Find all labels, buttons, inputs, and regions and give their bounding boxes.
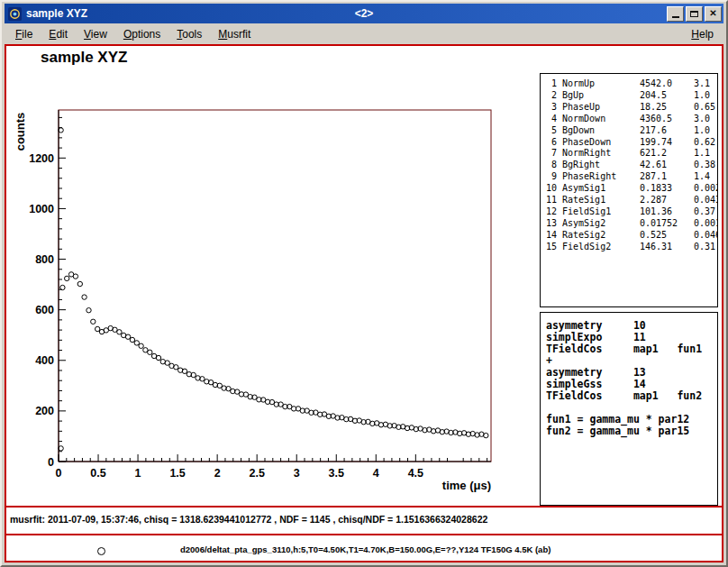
- svg-text:0: 0: [48, 456, 54, 469]
- param-value: 18.25: [640, 102, 688, 114]
- param-row: 14RateSig20.5250.046: [543, 230, 714, 242]
- param-value: 217.6: [640, 125, 688, 137]
- param-name: BgDown: [562, 125, 634, 137]
- svg-text:3.5: 3.5: [329, 467, 344, 480]
- param-error: 0.38: [694, 160, 715, 171]
- param-error: 0.65: [694, 102, 715, 114]
- param-rows: 1NormUp4542.03.12BgUp204.51.03PhaseUp18.…: [543, 78, 714, 253]
- param-name: FieldSig1: [562, 206, 634, 218]
- menu-file[interactable]: File: [7, 25, 41, 43]
- svg-text:800: 800: [35, 253, 54, 266]
- param-row: 1NormUp4542.03.1: [543, 78, 714, 90]
- param-idx: 9: [543, 171, 557, 183]
- x-axis: 00.511.522.533.544.5: [56, 454, 491, 480]
- param-row: 2BgUp204.51.0: [543, 90, 714, 102]
- param-row: 15FieldSig2146.310.31: [543, 242, 714, 253]
- window-center-label: <2>: [5, 7, 723, 20]
- menu-view[interactable]: View: [76, 25, 115, 43]
- svg-text:200: 200: [35, 405, 54, 417]
- data-points: [59, 128, 488, 451]
- param-value: 199.74: [640, 137, 688, 149]
- param-idx: 3: [543, 102, 557, 114]
- param-row: 4NormDown4360.53.0: [543, 114, 714, 125]
- svg-text:0.5: 0.5: [90, 467, 105, 480]
- plot-svg[interactable]: 02004006008001000120000.511.522.533.544.…: [6, 46, 540, 501]
- titlebar[interactable]: sample XYZ <2> ✕: [5, 4, 723, 23]
- param-idx: 8: [543, 160, 557, 171]
- param-value: 4542.0: [640, 78, 688, 90]
- root-window: sample XYZ <2> ✕ File Edit View Options …: [0, 0, 728, 567]
- param-idx: 11: [543, 195, 557, 206]
- app-icon: [8, 7, 22, 21]
- svg-text:2: 2: [214, 467, 221, 480]
- root-canvas[interactable]: sample XYZ 02004006008001000120000.511.5…: [5, 44, 723, 562]
- param-name: BgUp: [562, 90, 634, 102]
- param-name: RateSig1: [562, 195, 634, 206]
- menu-edit[interactable]: Edit: [41, 25, 76, 43]
- param-error: 0.046: [694, 230, 718, 242]
- param-error: 0.62: [694, 137, 715, 149]
- param-value: 146.31: [640, 242, 688, 253]
- close-button[interactable]: ✕: [705, 6, 722, 22]
- fit-status-text: musrfit: 2011-07-09, 15:37:46, chisq = 1…: [10, 514, 487, 525]
- param-value: 287.1: [640, 171, 688, 183]
- param-error: 1.0: [694, 125, 714, 137]
- maximize-button[interactable]: [686, 6, 703, 22]
- menu-help[interactable]: Help: [684, 25, 721, 43]
- menubar: File Edit View Options Tools Musrfit Hel…: [5, 23, 723, 44]
- svg-text:4: 4: [373, 467, 379, 480]
- param-name: PhaseUp: [562, 102, 634, 114]
- param-error: 0.00101: [694, 218, 718, 230]
- param-name: NormDown: [562, 114, 634, 125]
- open-circle-marker-icon: [97, 547, 105, 555]
- param-idx: 6: [543, 137, 557, 149]
- svg-text:3: 3: [294, 467, 300, 480]
- param-name: RateSig2: [562, 230, 634, 242]
- param-idx: 14: [543, 230, 557, 242]
- param-value: 101.36: [640, 206, 688, 218]
- param-row: 11RateSig12.2870.043: [543, 195, 714, 206]
- theory-panel: asymmetry 10 simplExpo 11 TFieldCos map1…: [540, 312, 718, 506]
- minimize-icon: [672, 16, 679, 18]
- param-idx: 15: [543, 242, 557, 253]
- param-row: 7NormRight621.21.1: [543, 148, 714, 160]
- param-name: PhaseRight: [562, 171, 634, 183]
- fit-parameters-panel: 1NormUp4542.03.12BgUp204.51.03PhaseUp18.…: [540, 73, 718, 307]
- x-axis-title: time (μs): [442, 479, 491, 492]
- svg-text:1000: 1000: [29, 203, 54, 215]
- close-icon: ✕: [709, 9, 716, 18]
- param-idx: 7: [543, 148, 557, 160]
- param-value: 621.2: [640, 148, 688, 160]
- param-name: NormRight: [562, 148, 634, 160]
- svg-text:1.5: 1.5: [169, 467, 185, 480]
- window-controls: ✕: [667, 6, 722, 22]
- param-value: 0.1833: [640, 183, 688, 195]
- param-name: AsymSig1: [562, 183, 634, 195]
- param-error: 0.31: [694, 242, 715, 253]
- svg-text:600: 600: [35, 304, 54, 316]
- menu-musrfit[interactable]: Musrfit: [210, 25, 259, 43]
- param-error: 1.1: [694, 148, 714, 160]
- param-row: 12FieldSig1101.360.37: [543, 206, 714, 218]
- param-name: PhaseDown: [562, 137, 634, 149]
- svg-text:1200: 1200: [29, 152, 54, 165]
- y-axis-title: counts: [14, 113, 27, 151]
- minimize-button[interactable]: [667, 6, 684, 22]
- svg-text:400: 400: [35, 354, 54, 367]
- param-row: 5BgDown217.61.0: [543, 125, 714, 137]
- param-error: 0.37: [694, 206, 715, 218]
- param-idx: 13: [543, 218, 557, 230]
- svg-text:4.5: 4.5: [408, 467, 423, 480]
- param-value: 4360.5: [640, 114, 688, 125]
- param-row: 6PhaseDown199.740.62: [543, 137, 714, 149]
- menu-options[interactable]: Options: [115, 25, 168, 43]
- param-idx: 2: [543, 90, 557, 102]
- legend-text: d2006/deltat_pta_gps_3110,h:5,T0=4.50K,T…: [180, 544, 551, 554]
- param-row: 8BgRight42.610.38: [543, 160, 714, 171]
- param-value: 2.287: [640, 195, 688, 206]
- window-title: sample XYZ: [26, 7, 87, 20]
- param-row: 3PhaseUp18.250.65: [543, 102, 714, 114]
- param-error: 3.0: [694, 114, 714, 125]
- menu-tools[interactable]: Tools: [168, 25, 210, 43]
- param-value: 0.01752: [640, 218, 688, 230]
